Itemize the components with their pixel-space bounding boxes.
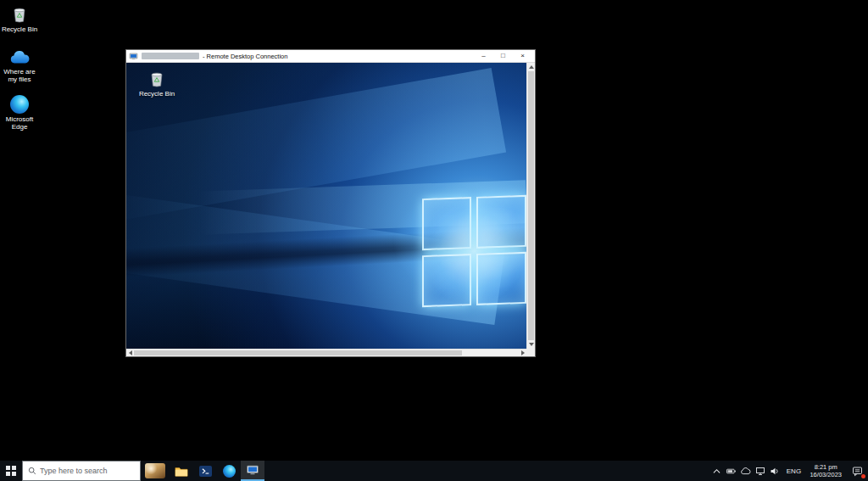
- scroll-up-button[interactable]: [527, 63, 535, 71]
- powershell-icon: [199, 466, 212, 477]
- notification-badge: [861, 474, 865, 478]
- edge-icon: [223, 465, 236, 478]
- network-button[interactable]: [753, 461, 767, 481]
- minimize-button[interactable]: –: [474, 50, 493, 62]
- scroll-left-button[interactable]: [126, 350, 134, 356]
- battery-button[interactable]: [724, 461, 738, 481]
- onedrive-cloud-icon: [740, 467, 751, 475]
- up-arrow-icon: [529, 65, 534, 69]
- remote-desktop-button[interactable]: [241, 461, 264, 481]
- desktop-icon-label: Recycle Bin: [2, 25, 37, 33]
- remote-desktop-icon: [246, 463, 259, 477]
- file-explorer-button[interactable]: [170, 461, 193, 481]
- scroll-right-button[interactable]: [519, 350, 526, 356]
- tray-time: 8:21 pm: [815, 463, 837, 471]
- battery-icon: [726, 467, 737, 476]
- language-indicator[interactable]: ENG: [782, 461, 805, 481]
- windows-logo-icon: [6, 466, 16, 476]
- right-arrow-icon: [521, 350, 525, 355]
- desktop: Recycle Bin Where are my files Microsoft…: [0, 0, 868, 481]
- scrollbar-corner: [526, 349, 535, 356]
- taskbar: ENG 8:21 pm 16/03/2023: [0, 461, 868, 481]
- rdp-client-area: Recycle Bin: [126, 63, 535, 356]
- recycle-bin-icon: [147, 70, 166, 88]
- remote-desktop-icon-recycle-bin[interactable]: Recycle Bin: [136, 70, 177, 98]
- windows-logo-wallpaper: [422, 195, 526, 307]
- tray-date: 16/03/2023: [810, 471, 842, 478]
- rdp-title-redacted-host: [142, 53, 199, 59]
- desktop-icon-label: Where are my files: [0, 68, 39, 83]
- desktop-icon-microsoft-edge[interactable]: Microsoft Edge: [0, 95, 39, 131]
- horizontal-scrollbar[interactable]: [126, 349, 526, 356]
- desktop-icon-where-are-my-files[interactable]: Where are my files: [0, 49, 39, 83]
- network-icon: [755, 467, 765, 476]
- rdp-titlebar[interactable]: - Remote Desktop Connection – □ ×: [126, 50, 535, 63]
- desktop-icon-label: Microsoft Edge: [0, 115, 39, 131]
- file-explorer-icon: [175, 466, 188, 477]
- rdp-window-title: - Remote Desktop Connection: [203, 53, 470, 60]
- left-arrow-icon: [129, 350, 132, 355]
- search-icon: [28, 467, 36, 475]
- hidden-icons-button[interactable]: [709, 461, 724, 481]
- vertical-scrollbar[interactable]: [526, 63, 535, 349]
- search-input[interactable]: [40, 467, 135, 475]
- cloud-files-icon: [8, 49, 31, 66]
- edge-button[interactable]: [217, 461, 241, 481]
- down-arrow-icon: [529, 343, 534, 346]
- close-button[interactable]: ×: [513, 50, 532, 62]
- volume-icon: [770, 467, 780, 476]
- powershell-button[interactable]: [193, 461, 217, 481]
- vertical-scroll-thumb[interactable]: [528, 71, 534, 340]
- chevron-up-icon: [712, 467, 721, 475]
- start-button[interactable]: [0, 461, 22, 481]
- volume-button[interactable]: [767, 461, 782, 481]
- horizontal-scroll-thumb[interactable]: [134, 350, 462, 355]
- scroll-down-button[interactable]: [527, 340, 535, 349]
- taskbar-empty-space: [264, 461, 709, 481]
- search-highlight-button[interactable]: [141, 461, 170, 481]
- desktop-icon-recycle-bin[interactable]: Recycle Bin: [0, 5, 39, 33]
- clock[interactable]: 8:21 pm 16/03/2023: [805, 461, 846, 481]
- taskbar-search[interactable]: [22, 461, 141, 481]
- search-highlight-icon: [145, 463, 165, 478]
- rdp-window: - Remote Desktop Connection – □ ×: [125, 49, 536, 357]
- action-center-button[interactable]: [846, 461, 868, 481]
- desktop-icon-label: Recycle Bin: [139, 90, 175, 98]
- remote-desktop-screen[interactable]: Recycle Bin: [126, 63, 526, 349]
- rdp-window-icon: [129, 52, 138, 61]
- edge-icon: [10, 95, 29, 114]
- recycle-bin-icon: [10, 5, 29, 24]
- maximize-button[interactable]: □: [493, 50, 513, 62]
- onedrive-button[interactable]: [738, 461, 753, 481]
- window-controls: – □ ×: [474, 50, 532, 62]
